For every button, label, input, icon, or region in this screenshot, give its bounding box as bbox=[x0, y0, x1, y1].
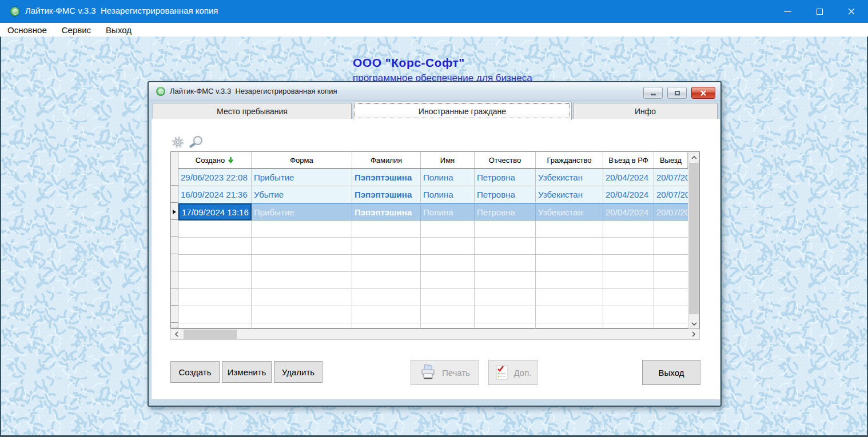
checklist-icon bbox=[495, 364, 509, 380]
vertical-scrollbar-thumb[interactable] bbox=[689, 163, 699, 314]
cell-form[interactable]: Прибытие bbox=[252, 203, 352, 220]
close-button[interactable] bbox=[838, 0, 865, 23]
dialog-restore-button[interactable] bbox=[667, 87, 687, 99]
delete-button[interactable]: Удалить bbox=[274, 361, 322, 383]
search-magnifier-icon[interactable] bbox=[189, 135, 204, 149]
printer-icon bbox=[420, 364, 437, 380]
column-header-form[interactable]: Форма bbox=[252, 152, 352, 168]
dialog-close-button[interactable] bbox=[691, 87, 715, 99]
app-icon bbox=[10, 6, 20, 17]
create-button[interactable]: Создать bbox=[170, 361, 220, 383]
cell-citizenship[interactable]: Узбекистан bbox=[536, 186, 603, 203]
gutter-cell bbox=[171, 323, 178, 327]
brand-title: ООО "Корс-Софт" bbox=[353, 56, 532, 70]
menu-item-1[interactable]: Сервис bbox=[54, 23, 98, 37]
menu-item-0[interactable]: Основное bbox=[0, 23, 54, 37]
horizontal-scrollbar[interactable] bbox=[170, 328, 700, 340]
gutter-cell bbox=[171, 272, 178, 288]
scroll-down-arrow[interactable] bbox=[688, 319, 700, 328]
minimize-button[interactable] bbox=[774, 0, 801, 23]
dialog-title: Лайтик-ФМС v.3.3 Незарегистрированная ко… bbox=[170, 87, 337, 95]
tab-1[interactable]: Иностранные граждане bbox=[353, 102, 572, 120]
column-header-created[interactable]: Создано bbox=[178, 152, 252, 168]
exit-button[interactable]: Выход bbox=[642, 360, 700, 385]
cell-name[interactable]: Полина bbox=[421, 203, 475, 220]
close-icon bbox=[847, 7, 855, 15]
edit-button[interactable]: Изменить bbox=[222, 361, 272, 383]
cell-citizenship[interactable]: Узбекистан bbox=[536, 169, 603, 186]
table-row-2[interactable]: 17/09/2024 13:16ПрибытиеПэпэптэшинаПолин… bbox=[178, 203, 688, 220]
gutter-cell bbox=[171, 289, 178, 306]
sort-desc-icon bbox=[228, 157, 234, 163]
table-row-0[interactable]: 29/06/2023 22:08ПрибытиеПэпэптэшинаПолин… bbox=[178, 169, 688, 186]
scroll-left-arrow[interactable] bbox=[172, 329, 182, 339]
close-icon bbox=[700, 90, 707, 97]
cell-patronymic[interactable]: Петровна bbox=[475, 169, 536, 186]
vertical-scrollbar[interactable] bbox=[688, 152, 699, 329]
cell-form[interactable]: Убытие bbox=[252, 186, 352, 203]
empty-rows-grid bbox=[178, 220, 688, 329]
gutter-cell bbox=[171, 306, 178, 323]
cell-surname[interactable]: Пэпэптэшина bbox=[352, 169, 421, 186]
grid-line bbox=[535, 220, 536, 329]
main-menubar: ОсновноеСервисВыход bbox=[0, 23, 868, 37]
column-header-citizenship[interactable]: Гражданство bbox=[536, 152, 603, 168]
cell-created[interactable]: 16/09/2024 21:36 bbox=[178, 186, 252, 203]
records-table: СозданоФормаФамилияИмяОтчествоГражданств… bbox=[170, 151, 700, 328]
grid-line bbox=[251, 220, 252, 329]
brand-block: ООО "Корс-Софт" программное обеспечение … bbox=[353, 56, 532, 84]
tab-0[interactable]: Место пребывания bbox=[153, 103, 352, 119]
tab-2[interactable]: Инфо bbox=[573, 103, 718, 119]
column-header-exit[interactable]: Выезд bbox=[654, 152, 688, 168]
cell-entry_rf[interactable]: 20/04/2024 bbox=[603, 169, 654, 186]
cell-entry_rf[interactable]: 20/04/2024 bbox=[603, 203, 654, 220]
column-header-name[interactable]: Имя bbox=[421, 152, 475, 168]
cell-exit[interactable]: 20/07/2024 bbox=[654, 203, 690, 220]
cell-exit[interactable]: 20/07/2024 bbox=[654, 169, 690, 186]
column-header-entry_rf[interactable]: Въезд в РФ bbox=[603, 152, 654, 168]
cell-name[interactable]: Полина bbox=[421, 169, 475, 186]
cell-entry_rf[interactable]: 20/04/2024 bbox=[603, 186, 654, 203]
tab-bar: Место пребыванияИностранные гражданеИнфо bbox=[152, 102, 720, 120]
cell-exit[interactable]: 20/07/2024 bbox=[654, 186, 690, 203]
main-window-title: Лайтик-ФМС v.3.3 Незарегистрированная ко… bbox=[25, 6, 218, 15]
grid-line bbox=[420, 220, 421, 329]
horizontal-scrollbar-thumb[interactable] bbox=[184, 330, 237, 339]
gutter-cell bbox=[171, 169, 178, 186]
scroll-up-arrow[interactable] bbox=[688, 153, 700, 162]
cell-surname[interactable]: Пэпэптэшина bbox=[352, 186, 421, 203]
current-row-marker bbox=[173, 210, 176, 214]
dialog-minimize-button[interactable] bbox=[643, 87, 663, 99]
cell-created[interactable]: 17/09/2024 13:16 bbox=[178, 203, 252, 220]
menu-item-2[interactable]: Выход bbox=[98, 23, 139, 37]
cell-created[interactable]: 29/06/2023 22:08 bbox=[178, 169, 252, 186]
gutter-cell bbox=[171, 255, 178, 271]
main-titlebar: Лайтик-ФМС v.3.3 Незарегистрированная ко… bbox=[0, 0, 868, 23]
maximize-button[interactable] bbox=[806, 0, 833, 23]
dialog-content: СозданоФормаФамилияИмяОтчествоГражданств… bbox=[152, 120, 720, 399]
print-button[interactable]: Печать bbox=[411, 360, 479, 385]
table-header-row: СозданоФормаФамилияИмяОтчествоГражданств… bbox=[171, 152, 688, 169]
gutter-cell bbox=[171, 238, 178, 254]
dialog-window: Лайтик-ФМС v.3.3 Незарегистрированная ко… bbox=[148, 81, 722, 407]
grid-line bbox=[654, 220, 654, 329]
cell-citizenship[interactable]: Узбекистан bbox=[536, 203, 603, 220]
gutter-cell bbox=[171, 186, 178, 203]
dialog-titlebar: Лайтик-ФМС v.3.3 Незарегистрированная ко… bbox=[149, 82, 720, 101]
cell-patronymic[interactable]: Петровна bbox=[475, 186, 536, 203]
settings-gear-icon[interactable] bbox=[172, 136, 184, 149]
grid-line bbox=[474, 220, 475, 329]
grid-line bbox=[352, 220, 352, 329]
column-header-surname[interactable]: Фамилия bbox=[352, 152, 421, 168]
cell-name[interactable]: Полина bbox=[421, 186, 475, 203]
column-header-patronymic[interactable]: Отчество bbox=[475, 152, 536, 168]
cell-patronymic[interactable]: Петровна bbox=[475, 203, 536, 220]
scroll-right-arrow[interactable] bbox=[688, 329, 699, 339]
cell-surname[interactable]: Пэпэптэшина bbox=[352, 203, 421, 220]
table-row-1[interactable]: 16/09/2024 21:36УбытиеПэпэптэшинаПолинаП… bbox=[178, 186, 688, 203]
extra-button[interactable]: Доп. bbox=[488, 360, 537, 385]
cell-form[interactable]: Прибытие bbox=[252, 169, 352, 186]
dialog-app-icon bbox=[156, 87, 165, 96]
application-window: Лайтик-ФМС v.3.3 Незарегистрированная ко… bbox=[0, 0, 868, 437]
gutter-cell bbox=[171, 220, 178, 237]
